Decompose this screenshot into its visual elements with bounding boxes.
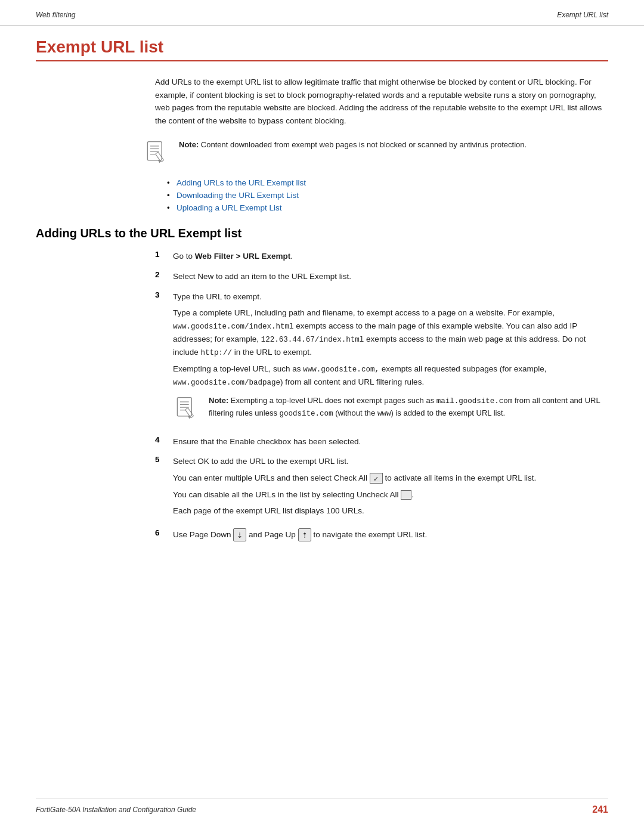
footer-left: FortiGate-50A Installation and Configura… <box>36 806 196 814</box>
code-4: www.goodsite.com, <box>303 366 379 374</box>
step5-para2: You can disable all the URLs in the list… <box>173 488 608 501</box>
note-text: Note: Content downloaded from exempt web… <box>179 139 527 151</box>
toc-link-2[interactable]: Downloading the URL Exempt List <box>177 191 299 200</box>
note-body: Content downloaded from exempt web pages… <box>201 140 527 149</box>
step-content-3: Type the URL to exempt. Type a complete … <box>173 290 608 428</box>
step-list: 1 Go to Web Filter > URL Exempt. 2 Selec… <box>155 250 608 541</box>
step-2: 2 Select New to add an item to the URL E… <box>155 270 608 283</box>
list-item: Downloading the URL Exempt List <box>167 191 608 200</box>
step-3: 3 Type the URL to exempt. Type a complet… <box>155 290 608 428</box>
step5-para1: You can enter multiple URLs and then sel… <box>173 472 608 485</box>
step-4: 4 Ensure that the Enable checkbox has be… <box>155 435 608 448</box>
note-icon <box>143 139 171 166</box>
step3-note-text: Note: Exempting a top-level URL does not… <box>209 395 608 420</box>
intro-text: Add URLs to the exempt URL list to allow… <box>155 76 608 127</box>
list-item: Adding URLs to the URL Exempt list <box>167 178 608 187</box>
step3-code-1: mail.goodsite.com <box>436 397 513 405</box>
step3-note-box: Note: Exempting a top-level URL does not… <box>173 395 608 422</box>
page-down-icon: ⇣ <box>233 528 246 541</box>
page-content: Exempt URL list Add URLs to the exempt U… <box>0 26 644 596</box>
step-num-4: 4 <box>155 435 173 444</box>
page-up-icon: ⇡ <box>298 528 311 541</box>
header-right: Exempt URL list <box>557 11 608 19</box>
step-num-1: 1 <box>155 250 173 259</box>
step-content-5: Select OK to add the URL to the exempt U… <box>173 455 608 521</box>
step1-bold: Web Filter > URL Exempt <box>195 252 290 261</box>
page-header: Web filtering Exempt URL list <box>0 0 644 26</box>
page-title: Exempt URL list <box>36 38 608 61</box>
page-footer: FortiGate-50A Installation and Configura… <box>36 798 608 815</box>
step3-code-3: www <box>377 410 391 418</box>
svg-rect-0 <box>147 142 162 160</box>
step3-note-icon <box>173 395 200 422</box>
step3-para1: Type a complete URL, including path and … <box>173 306 608 359</box>
note-label: Note: <box>179 140 199 149</box>
step-content-6: Use Page Down ⇣ and Page Up ⇡ to navigat… <box>173 528 608 541</box>
page: Web filtering Exempt URL list Exempt URL… <box>0 0 644 833</box>
footer-page-number: 241 <box>592 804 608 815</box>
step-content-2: Select New to add an item to the URL Exe… <box>173 270 608 283</box>
step-content-4: Ensure that the Enable checkbox has been… <box>173 435 608 448</box>
note-box: Note: Content downloaded from exempt web… <box>143 139 608 166</box>
step-num-5: 5 <box>155 455 173 464</box>
step5-para3: Each page of the exempt URL list display… <box>173 504 608 518</box>
step-num-6: 6 <box>155 528 173 537</box>
header-left: Web filtering <box>36 11 75 19</box>
step-num-3: 3 <box>155 290 173 299</box>
svg-rect-7 <box>177 397 191 416</box>
code-5: www.goodsite.com/badpage <box>173 379 280 387</box>
toc-link-3[interactable]: Uploading a URL Exempt List <box>177 203 282 212</box>
step-6: 6 Use Page Down ⇣ and Page Up ⇡ to navig… <box>155 528 608 541</box>
code-1: www.goodsite.com/index.html <box>173 323 294 331</box>
step3-note-label: Note: <box>209 396 228 405</box>
uncheck-all-icon <box>401 490 411 500</box>
step-1: 1 Go to Web Filter > URL Exempt. <box>155 250 608 263</box>
step-num-2: 2 <box>155 270 173 279</box>
toc-link-1[interactable]: Adding URLs to the URL Exempt list <box>177 178 306 187</box>
toc-list: Adding URLs to the URL Exempt list Downl… <box>167 178 608 212</box>
step5-line1: Select OK to add the URL to the exempt U… <box>173 455 608 468</box>
step-content-1: Go to Web Filter > URL Exempt. <box>173 250 608 263</box>
step3-code-2: goodsite.com <box>280 410 333 418</box>
step3-para2: Exempting a top-level URL, such as www.g… <box>173 363 608 389</box>
check-all-icon: ✓ <box>370 473 383 484</box>
step-5: 5 Select OK to add the URL to the exempt… <box>155 455 608 521</box>
code-3: http:// <box>201 349 233 357</box>
step3-line1: Type the URL to exempt. <box>173 290 608 304</box>
code-2: 122.63.44.67/index.html <box>261 336 364 344</box>
list-item: Uploading a URL Exempt List <box>167 203 608 212</box>
section1-heading: Adding URLs to the URL Exempt list <box>36 227 608 240</box>
